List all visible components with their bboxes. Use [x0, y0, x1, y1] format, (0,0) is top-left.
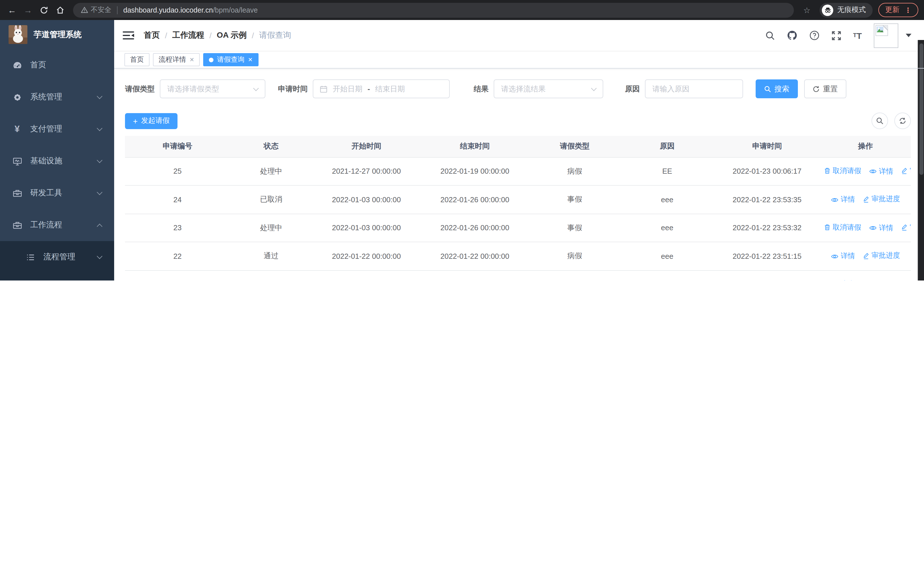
cancel-leave-link[interactable]: 取消请假: [824, 279, 861, 281]
home-icon[interactable]: [52, 3, 68, 17]
breadcrumb: 首页 / 工作流程 / OA 示例 / 请假查询: [144, 30, 291, 41]
sidebar-item-task-mgmt[interactable]: 任务管理: [0, 273, 114, 281]
show-search-button[interactable]: [872, 113, 888, 129]
approval-progress-link[interactable]: 审批进度: [901, 223, 911, 233]
sidebar-item-system[interactable]: 系统管理: [0, 81, 114, 113]
approval-progress-link[interactable]: 审批进度: [901, 279, 911, 281]
table-row[interactable]: 22通过2022-01-22 00:00:002022-01-22 00:00:…: [125, 242, 911, 270]
reset-button[interactable]: 重置: [804, 80, 846, 98]
cell-leave-type: 事假: [529, 185, 620, 214]
font-size-icon[interactable]: TT: [853, 31, 862, 40]
bookmark-star-icon[interactable]: ☆: [803, 5, 810, 15]
breadcrumb-item[interactable]: 工作流程: [172, 30, 204, 41]
table-row[interactable]: 23处理中2022-01-03 00:00:002022-01-26 00:00…: [125, 214, 911, 242]
col-apply-time: 申请时间: [714, 136, 820, 157]
start-date-placeholder: 开始日期: [333, 84, 362, 94]
cancel-leave-link[interactable]: 取消请假: [824, 166, 861, 176]
sidebar-item-label: 支付管理: [30, 124, 62, 134]
leave-type-select[interactable]: 请选择请假类型: [160, 80, 266, 98]
github-icon[interactable]: [787, 30, 797, 41]
approval-progress-link[interactable]: 审批进度: [901, 166, 911, 176]
tab-leave-query[interactable]: 请假查询 ✕: [204, 53, 258, 66]
cell-actions: 取消请假详情审批进度: [820, 214, 911, 242]
reset-label: 重置: [823, 84, 838, 94]
tab-home[interactable]: 首页: [124, 53, 150, 66]
action-label: 详情: [879, 223, 893, 233]
back-icon[interactable]: ←: [4, 3, 20, 17]
gear-icon: [12, 92, 22, 102]
close-icon[interactable]: ✕: [189, 57, 194, 63]
breadcrumb-item[interactable]: 首页: [144, 30, 160, 41]
sidebar-logo[interactable]: 芋道管理系统: [0, 20, 114, 49]
breadcrumb-item[interactable]: OA 示例: [217, 30, 247, 41]
cell-apply-time: 2022-01-22 23:53:32: [714, 214, 820, 242]
col-actions: 操作: [820, 136, 911, 157]
dashboard-icon: [12, 60, 22, 70]
browser-menu-icon[interactable]: ⋮: [904, 6, 912, 14]
navbar: 首页 / 工作流程 / OA 示例 / 请假查询: [114, 20, 924, 51]
table-row[interactable]: 21处理中2022-01-22 00:00:002022-01-23 00:00…: [125, 270, 911, 281]
create-leave-button[interactable]: + 发起请假: [125, 113, 177, 129]
detail-link[interactable]: 详情: [831, 252, 855, 261]
app-title: 芋道管理系统: [34, 29, 82, 40]
cell-start-time: 2022-01-03 00:00:00: [312, 185, 421, 214]
approval-progress-link[interactable]: 审批进度: [863, 251, 900, 261]
url-bar[interactable]: 不安全 dashboard.yudao.iocoder.cn/bpm/oa/le…: [73, 3, 794, 17]
sidebar-item-workflow[interactable]: 工作流程: [0, 209, 114, 241]
cell-reason: EEE: [620, 270, 714, 281]
avatar-dropdown-caret-icon[interactable]: [906, 34, 912, 37]
cell-reason: eee: [620, 242, 714, 270]
breadcrumb-separator: /: [210, 31, 212, 40]
security-warning[interactable]: 不安全: [81, 5, 111, 15]
cell-actions: 详情审批进度: [820, 242, 911, 270]
chevron-down-icon: [97, 253, 102, 259]
workflow-submenu: 流程管理 任务管理 我的流程: [0, 241, 114, 281]
sidebar-item-infra[interactable]: 基础设施: [0, 145, 114, 177]
help-icon[interactable]: [809, 30, 819, 41]
tab-label: 首页: [130, 55, 144, 65]
forward-icon[interactable]: →: [21, 3, 35, 17]
sidebar: 芋道管理系统 首页 系统管理 ¥ 支付管理: [0, 20, 114, 281]
approval-progress-link[interactable]: 审批进度: [863, 194, 900, 204]
main-area: 首页 / 工作流程 / OA 示例 / 请假查询: [114, 20, 924, 281]
sidebar-item-label: 流程管理: [44, 252, 75, 262]
cell-apply-time: 2022-01-22 23:49:46: [714, 270, 820, 281]
avatar[interactable]: [874, 23, 898, 48]
update-button[interactable]: 更新 ⋮: [878, 3, 918, 17]
search-icon[interactable]: [765, 30, 775, 40]
result-placeholder: 请选择流结果: [501, 84, 546, 94]
detail-link[interactable]: 详情: [869, 280, 893, 281]
cell-reason: eee: [620, 214, 714, 242]
breadcrumb-separator: /: [252, 31, 254, 40]
action-label: 审批进度: [910, 166, 911, 176]
reload-icon[interactable]: [36, 3, 51, 17]
table-row[interactable]: 24已取消2022-01-03 00:00:002022-01-26 00:00…: [125, 185, 911, 214]
cancel-leave-link[interactable]: 取消请假: [824, 223, 861, 233]
sidebar-item-home[interactable]: 首页: [0, 49, 114, 81]
toolbar: + 发起请假: [125, 113, 911, 129]
fullscreen-icon[interactable]: [831, 30, 841, 40]
detail-link[interactable]: 详情: [831, 195, 855, 205]
refresh-table-button[interactable]: [894, 113, 911, 129]
search-button[interactable]: 搜索: [756, 80, 798, 98]
leave-table: 申请编号 状态 开始时间 结束时间 请假类型 原因 申请时间 操作 25处理中2…: [125, 136, 911, 281]
update-label: 更新: [885, 5, 900, 15]
sidebar-item-process-mgmt[interactable]: 流程管理: [0, 241, 114, 273]
page-scrollbar[interactable]: [918, 40, 924, 281]
apply-time-range-picker[interactable]: 开始日期 - 结束日期: [313, 80, 450, 98]
close-icon[interactable]: ✕: [248, 57, 253, 63]
trash-icon: [824, 224, 830, 231]
tab-process-detail[interactable]: 流程详情 ✕: [153, 53, 200, 66]
table-row[interactable]: 25处理中2021-12-27 00:00:002022-01-19 00:00…: [125, 157, 911, 185]
sidebar-item-payment[interactable]: ¥ 支付管理: [0, 113, 114, 145]
result-select[interactable]: 请选择流结果: [494, 80, 603, 98]
detail-link[interactable]: 详情: [869, 167, 893, 176]
detail-link[interactable]: 详情: [869, 223, 893, 233]
reason-input[interactable]: 请输入原因: [645, 80, 743, 98]
sidebar-item-devtools[interactable]: 研发工具: [0, 177, 114, 209]
cell-actions: 取消请假详情审批进度: [820, 157, 911, 185]
tab-label: 请假查询: [217, 55, 244, 65]
sidebar-toggle-icon[interactable]: [123, 31, 134, 40]
reason-placeholder: 请输入原因: [652, 84, 689, 94]
col-apply-id: 申请编号: [125, 136, 230, 157]
